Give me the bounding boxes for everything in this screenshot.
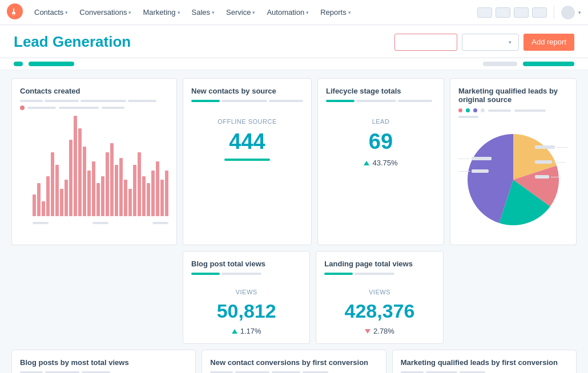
nav-right: ▾ — [477, 6, 581, 19]
card-mql-source: Marketing qualified leads by original so… — [450, 78, 577, 245]
bar-chart-area — [20, 116, 168, 230]
bar — [65, 180, 68, 216]
y-axis — [20, 116, 31, 216]
card-conversions: New contact conversions by first convers… — [202, 350, 386, 373]
chevron-down-icon-5: ▾ — [252, 10, 255, 15]
bar — [42, 201, 45, 216]
bar — [165, 171, 168, 216]
legend-dot-red — [20, 106, 25, 110]
triangle-down-landing — [365, 329, 370, 334]
bar — [147, 183, 150, 216]
card-skel-bars — [20, 100, 168, 102]
legend-item-1 — [458, 108, 462, 112]
bar — [60, 189, 63, 216]
chevron-down-icon-6: ▾ — [306, 10, 309, 15]
bar — [151, 171, 155, 216]
nav-avatar[interactable] — [561, 6, 575, 19]
nav-item-service[interactable]: Service ▾ — [220, 0, 261, 25]
x-axis — [33, 218, 168, 230]
nav-item-automation[interactable]: Automation ▾ — [261, 0, 315, 25]
legend-item-3 — [473, 108, 477, 112]
bar — [92, 161, 95, 216]
hubspot-logo[interactable] — [7, 3, 23, 21]
card-title-new-contacts: New contacts by source — [191, 87, 303, 95]
nav-item-marketing[interactable]: Marketing ▾ — [137, 0, 186, 25]
card-value-lifecycle: 69 — [326, 129, 436, 154]
card-blog-views: Blog post total views VIEWS 50,812 1.17% — [183, 251, 310, 344]
nav-divider — [554, 6, 554, 19]
chevron-down-icon-7: ▾ — [348, 10, 351, 15]
page-title: Lead Generation — [14, 33, 131, 51]
chevron-down-icon-2: ▾ — [128, 10, 131, 15]
date-filter-button[interactable] — [394, 34, 457, 51]
bar — [69, 140, 73, 216]
compare-filter-button[interactable]: ▾ — [462, 34, 519, 51]
bar — [138, 152, 141, 216]
card-lifecycle: Lifecycle stage totals LEAD 69 43.75% — [317, 78, 444, 245]
card-legend-mql — [458, 108, 568, 118]
chevron-down-icon-4: ▾ — [212, 10, 215, 15]
page-header: Lead Generation ▾ Add report — [0, 25, 588, 58]
card-change-lifecycle: 43.75% — [326, 159, 436, 167]
card-title-mql: Marketing qualified leads by original so… — [458, 87, 568, 104]
card-title-conversions: New contact conversions by first convers… — [210, 358, 377, 367]
card-title-mql-first: Marketing qualified leads by first conve… — [401, 358, 568, 367]
card-title-landing: Landing page total views — [324, 260, 434, 268]
card-subtitle-blog: VIEWS — [191, 289, 301, 295]
card-value-landing: 428,376 — [324, 300, 434, 322]
bar — [124, 180, 127, 216]
card-change-blog: 1.17% — [191, 327, 301, 335]
filter-tag-teal — [14, 62, 23, 66]
bar — [160, 180, 164, 216]
nav-label-automation: Automation — [267, 8, 304, 17]
nav-icon-btn-3[interactable] — [514, 7, 529, 18]
bar — [51, 152, 54, 216]
filter-bar — [0, 58, 588, 70]
bar — [119, 158, 123, 216]
chevron-down-icon-compare: ▾ — [509, 39, 512, 45]
pie-chart-container — [458, 123, 568, 237]
bar — [106, 152, 109, 216]
nav-label-conversations: Conversations — [79, 8, 127, 17]
nav-item-contacts[interactable]: Contacts ▾ — [29, 0, 74, 25]
change-val-blog: 1.17% — [240, 327, 261, 335]
svg-point-0 — [7, 3, 23, 19]
nav-icon-btn-1[interactable] — [477, 7, 492, 18]
filter-right-2 — [523, 62, 574, 66]
main-content: Contacts created — [0, 70, 588, 373]
bar — [78, 128, 82, 216]
filter-right-1 — [483, 62, 517, 66]
header-actions: ▾ Add report — [394, 34, 574, 51]
card-skel-bottom — [224, 159, 270, 161]
card-skel-landing — [324, 273, 434, 275]
top-grid: Contacts created — [11, 78, 577, 245]
nav-label-contacts: Contacts — [34, 8, 63, 17]
bar-chart — [33, 116, 168, 216]
nav-chevron-avatar: ▾ — [578, 10, 581, 15]
main-nav: Contacts ▾ Conversations ▾ Marketing ▾ S… — [0, 0, 588, 25]
bar — [46, 176, 50, 216]
card-skel-2 — [191, 100, 303, 102]
bar — [128, 189, 132, 216]
chevron-down-icon-3: ▾ — [178, 10, 180, 15]
nav-item-conversations[interactable]: Conversations ▾ — [74, 0, 137, 25]
bar — [142, 176, 146, 216]
card-change-landing: 2.78% — [324, 327, 434, 335]
nav-item-reports[interactable]: Reports ▾ — [315, 0, 357, 25]
chevron-down-icon: ▾ — [65, 10, 68, 15]
card-subtitle-new-contacts: OFFLINE SOURCE — [191, 118, 303, 125]
card-mql-first: Marketing qualified leads by first conve… — [392, 350, 577, 373]
bar — [33, 194, 36, 216]
bar — [55, 165, 59, 216]
nav-icon-btn-4[interactable] — [532, 7, 547, 18]
bottom-grid: Blog posts by most total views New conta… — [11, 350, 577, 373]
card-blog-most-views: Blog posts by most total views — [11, 350, 196, 373]
legend-item-4 — [481, 108, 485, 112]
card-subtitle-lifecycle: LEAD — [326, 118, 436, 125]
card-subtitle-landing: VIEWS — [324, 289, 434, 295]
nav-icon-btn-2[interactable] — [496, 7, 510, 18]
add-report-button[interactable]: Add report — [523, 34, 574, 51]
bar — [101, 176, 104, 216]
nav-item-sales[interactable]: Sales ▾ — [186, 0, 221, 25]
nav-label-sales: Sales — [192, 8, 211, 17]
